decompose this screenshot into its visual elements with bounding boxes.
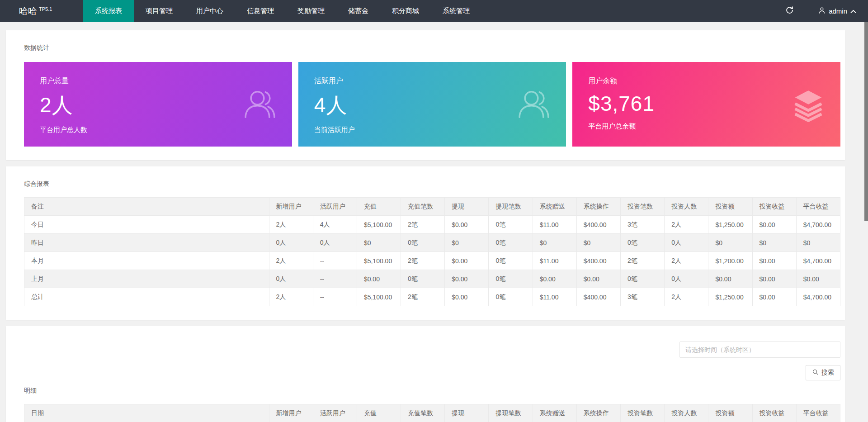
- table-cell: $1,250.00: [708, 216, 752, 234]
- column-header: 提现: [445, 404, 489, 422]
- table-cell: $4,700.00: [796, 288, 840, 306]
- table-cell: $5,100.00: [357, 288, 401, 306]
- table-cell: 2人: [665, 252, 708, 270]
- column-header: 系统操作: [576, 198, 620, 216]
- app-logo-text: 哈哈: [19, 5, 37, 17]
- nav-item[interactable]: 储蓄金: [336, 0, 380, 22]
- table-cell: $5,100.00: [357, 252, 401, 270]
- table-cell: 总计: [24, 288, 269, 306]
- summary-header-row: 备注新增用户活跃用户充值充值笔数提现提现笔数系统赠送系统操作投资笔数投资人数投资…: [24, 198, 840, 216]
- table-cell: 0笔: [489, 270, 533, 288]
- scrollbar-thumb[interactable]: [864, 22, 868, 221]
- card-subtitle: 平台用户总余额: [588, 122, 825, 131]
- table-cell: $1,250.00: [708, 288, 752, 306]
- table-cell: 2笔: [401, 288, 445, 306]
- table-cell: 2人: [269, 216, 313, 234]
- table-cell: 今日: [24, 216, 269, 234]
- table-cell: 3笔: [621, 216, 665, 234]
- stat-cards: 用户总量2人平台用户总人数活跃用户4人当前活跃用户用户余额$3,761平台用户总…: [24, 62, 840, 147]
- nav-item[interactable]: 用户中心: [184, 0, 235, 22]
- table-row: 本月2人--$5,100.002笔$0.000笔$11.00$400.002笔2…: [24, 252, 840, 270]
- app-version: TP5.1: [39, 6, 52, 12]
- table-cell: $0: [576, 234, 620, 252]
- table-cell: 2人: [269, 288, 313, 306]
- layers-icon: [791, 87, 826, 122]
- column-header: 平台收益: [796, 404, 840, 422]
- column-header: 充值笔数: [401, 404, 445, 422]
- column-header: 投资人数: [665, 198, 708, 216]
- chevron-up-icon: [850, 7, 856, 15]
- table-cell: $0.00: [752, 252, 796, 270]
- search-icon: [812, 369, 819, 377]
- app-logo[interactable]: 哈哈 TP5.1: [0, 0, 83, 22]
- table-cell: 0笔: [401, 270, 445, 288]
- table-cell: $0.00: [796, 270, 840, 288]
- table-cell: $0: [708, 234, 752, 252]
- table-cell: $0.00: [445, 288, 489, 306]
- table-cell: $1,200.00: [708, 252, 752, 270]
- table-cell: $4,700.00: [796, 252, 840, 270]
- column-header: 备注: [24, 198, 269, 216]
- table-cell: $0: [533, 234, 576, 252]
- column-header: 提现笔数: [489, 198, 533, 216]
- nav-item[interactable]: 系统管理: [431, 0, 481, 22]
- search-button[interactable]: 搜索: [806, 365, 840, 380]
- column-header: 充值: [357, 198, 401, 216]
- scrollbar-track[interactable]: [864, 22, 868, 422]
- detail-panel: 搜索 明细 日期新增用户活跃用户充值充值笔数提现提现笔数系统赠送系统操作投资笔数…: [6, 326, 845, 422]
- table-cell: 昨日: [24, 234, 269, 252]
- table-cell: 0人: [665, 234, 708, 252]
- card-subtitle: 当前活跃用户: [314, 126, 551, 134]
- table-cell: $0.00: [445, 252, 489, 270]
- stat-card: 用户余额$3,761平台用户总余额: [572, 62, 840, 147]
- date-range-input[interactable]: [679, 341, 840, 358]
- page: 哈哈 TP5.1 系统报表项目管理用户中心信息管理奖励管理储蓄金积分商城系统管理: [0, 0, 868, 422]
- nav-item[interactable]: 积分商城: [380, 0, 431, 22]
- table-cell: $400.00: [576, 288, 620, 306]
- table-cell: $0: [445, 234, 489, 252]
- table-cell: $0.00: [357, 270, 401, 288]
- table-cell: 0人: [269, 270, 313, 288]
- refresh-button[interactable]: [773, 0, 807, 22]
- table-cell: 2笔: [401, 252, 445, 270]
- card-title: 用户余额: [588, 76, 825, 86]
- table-cell: --: [313, 270, 357, 288]
- table-cell: 0人: [313, 234, 357, 252]
- summary-table-body: 今日2人4人$5,100.002笔$0.000笔$11.00$400.003笔2…: [24, 216, 840, 306]
- summary-section-title: 综合报表: [24, 180, 840, 188]
- column-header: 日期: [24, 404, 269, 422]
- table-cell: $0.00: [752, 288, 796, 306]
- table-cell: 0人: [665, 270, 708, 288]
- table-cell: $0.00: [533, 270, 576, 288]
- table-cell: 2人: [665, 216, 708, 234]
- column-header: 活跃用户: [313, 198, 357, 216]
- table-cell: $0: [752, 234, 796, 252]
- table-cell: 4人: [313, 216, 357, 234]
- column-header: 活跃用户: [313, 404, 357, 422]
- nav-item[interactable]: 系统报表: [83, 0, 134, 22]
- table-cell: 0笔: [489, 216, 533, 234]
- column-header: 投资笔数: [621, 198, 665, 216]
- table-cell: $11.00: [533, 216, 576, 234]
- table-cell: $0: [796, 234, 840, 252]
- nav-item[interactable]: 奖励管理: [286, 0, 336, 22]
- nav-item[interactable]: 信息管理: [235, 0, 286, 22]
- table-cell: 上月: [24, 270, 269, 288]
- table-cell: 0笔: [621, 234, 665, 252]
- column-header: 投资人数: [665, 404, 708, 422]
- user-icon: [818, 7, 826, 15]
- users-icon: [516, 87, 552, 122]
- user-menu[interactable]: admin: [807, 0, 868, 22]
- filter-row: [24, 341, 840, 358]
- column-header: 投资笔数: [621, 404, 665, 422]
- search-button-label: 搜索: [821, 369, 834, 377]
- column-header: 系统赠送: [533, 198, 576, 216]
- table-cell: --: [313, 288, 357, 306]
- table-cell: $0.00: [752, 270, 796, 288]
- table-cell: $0.00: [445, 270, 489, 288]
- nav-item[interactable]: 项目管理: [134, 0, 184, 22]
- column-header: 提现: [445, 198, 489, 216]
- column-header: 系统赠送: [533, 404, 576, 422]
- table-cell: $0.00: [576, 270, 620, 288]
- table-row: 昨日0人0人$00笔$00笔$0$00笔0人$0$0$0: [24, 234, 840, 252]
